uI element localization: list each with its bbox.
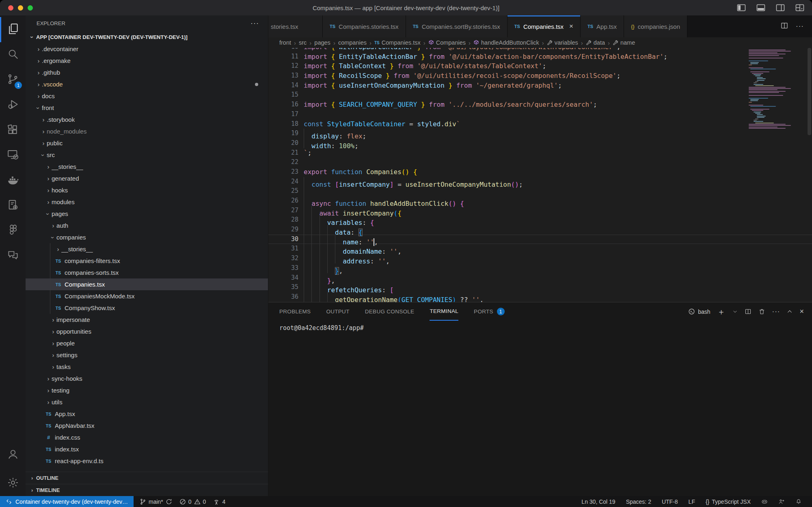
workspace-section-header[interactable]: › APP [CONTAINER DEV-TWENTY-DEV (DEV-TWE…	[26, 31, 268, 43]
tree-file-companies-filters-tsx[interactable]: TScompanies-filters.tsx	[26, 255, 268, 267]
sidebar-more-actions-icon[interactable]: ···	[251, 19, 259, 28]
code-line-12[interactable]: 12import { TableContext } from '@/ui/tab…	[268, 61, 812, 71]
problems-status[interactable]: 0 0	[176, 496, 210, 507]
close-window-button[interactable]	[8, 5, 13, 11]
code-line-31[interactable]: 31domainName: '',	[268, 244, 812, 254]
maximize-panel-icon[interactable]	[787, 309, 793, 315]
tree-folder-impersonate[interactable]: ›impersonate	[26, 314, 268, 326]
activity-source-control[interactable]: 1	[0, 67, 26, 93]
breadcrumb-item-name[interactable]: name	[613, 39, 635, 46]
terminal-shell-selector[interactable]: bash	[688, 308, 710, 315]
tree-folder-hooks[interactable]: ›hooks	[26, 184, 268, 196]
activity-extensions[interactable]	[0, 118, 26, 143]
activity-explorer[interactable]	[0, 17, 26, 42]
code-line-10[interactable]: 10import { WithTopBarContainer } from '@…	[268, 48, 812, 52]
ports-status[interactable]: 4	[209, 496, 229, 507]
activity-figma[interactable]	[0, 218, 26, 244]
tree-folder-companies[interactable]: ›companies	[26, 231, 268, 243]
split-terminal-icon[interactable]	[745, 308, 752, 315]
close-panel-icon[interactable]: ×	[799, 307, 804, 316]
editor-more-actions-icon[interactable]: ···	[796, 22, 804, 30]
remote-indicator[interactable]: Container dev-twenty-dev (dev-twenty-dev…	[0, 496, 134, 507]
tree-file-companies-sorts-tsx[interactable]: TScompanies-sorts.tsx	[26, 267, 268, 278]
tree-folder--devcontainer[interactable]: ›.devcontainer	[26, 43, 268, 55]
indentation-setting[interactable]: Spaces: 2	[621, 498, 657, 505]
panel-tab-terminal[interactable]: TERMINAL	[430, 302, 458, 321]
tab-companies-tsx[interactable]: TSCompanies.tsx×	[508, 15, 581, 37]
tree-file-react-app-env-d-ts[interactable]: TSreact-app-env.d.ts	[26, 455, 268, 467]
timeline-section[interactable]: › TIMELINE	[26, 484, 268, 496]
lay-split-icon[interactable]	[775, 3, 785, 14]
code-line-23[interactable]: 23export function Companies() {	[268, 167, 812, 177]
activity-manage[interactable]	[0, 471, 26, 496]
minimap[interactable]	[749, 50, 805, 129]
tab-companies-json[interactable]: {}companies.json	[624, 15, 687, 37]
tree-folder--stories-[interactable]: ›__stories__	[26, 243, 268, 255]
breadcrumb-item-handleaddbuttonclick[interactable]: handleAddButtonClick	[473, 39, 539, 46]
feedback-status[interactable]	[773, 498, 790, 505]
close-tab-icon[interactable]: ×	[569, 22, 573, 30]
split-editor-icon[interactable]	[780, 22, 788, 31]
breadcrumb-item-variables[interactable]: variables	[547, 39, 578, 46]
tree-folder-modules[interactable]: ›modules	[26, 196, 268, 208]
tree-file-companies-tsx[interactable]: TSCompanies.tsx	[26, 278, 268, 290]
tree-folder-opportunities[interactable]: ›opportunities	[26, 326, 268, 337]
lay-bottom-icon[interactable]	[756, 3, 766, 14]
breadcrumb-item-companies-tsx[interactable]: TSCompanies.tsx	[374, 39, 421, 46]
encoding-setting[interactable]: UTF-8	[657, 498, 683, 505]
breadcrumb-item-data[interactable]: data	[586, 39, 605, 46]
breadcrumb-item-companies[interactable]: companies	[338, 39, 367, 46]
editor-scrollbar[interactable]	[806, 48, 812, 302]
tree-folder-people[interactable]: ›people	[26, 337, 268, 349]
activity-search[interactable]	[0, 42, 26, 67]
zoom-window-button[interactable]	[28, 5, 33, 11]
tree-file-companyshow-tsx[interactable]: TSCompanyShow.tsx	[26, 302, 268, 314]
code-line-17[interactable]: 17	[268, 110, 812, 119]
code-line-35[interactable]: 35refetchQueries: [	[268, 283, 812, 292]
tab-companies-sortby-stories-tsx[interactable]: TSCompanies.sortBy.stories.tsx	[406, 15, 508, 37]
copilot-status[interactable]	[756, 498, 773, 505]
code-line-20[interactable]: 20width: 100%;	[268, 138, 812, 148]
tree-folder-sync-hooks[interactable]: ›sync-hooks	[26, 373, 268, 384]
code-line-24[interactable]: 24const [insertCompany] = useInsertOneCo…	[268, 177, 812, 187]
code-line-16[interactable]: 16import { SEARCH_COMPANY_QUERY } from '…	[268, 100, 812, 110]
breadcrumb-item-front[interactable]: front	[279, 39, 291, 46]
tree-folder--ergomake[interactable]: ›.ergomake	[26, 55, 268, 67]
code-line-18[interactable]: 18const StyledTableContainer = styled.di…	[268, 119, 812, 129]
activity-dev-container-tools[interactable]	[0, 193, 26, 218]
git-branch-status[interactable]: main*	[136, 496, 176, 507]
outline-section[interactable]: › OUTLINE	[26, 472, 268, 484]
tree-folder--github[interactable]: ›.github	[26, 67, 268, 78]
tree-folder-front[interactable]: ›front	[26, 102, 268, 114]
code-line-33[interactable]: 33},	[268, 263, 812, 273]
code-line-30[interactable]: 30name: '',	[268, 235, 812, 244]
scrollbar-thumb[interactable]	[808, 48, 811, 135]
tab-companies-stories-tsx[interactable]: TSCompanies.stories.tsx	[323, 15, 406, 37]
code-line-28[interactable]: 28variables: {	[268, 215, 812, 225]
tree-folder--vscode[interactable]: ›.vscode	[26, 78, 268, 90]
code-line-19[interactable]: 19display: flex;	[268, 129, 812, 138]
notifications-status[interactable]	[790, 498, 807, 505]
panel-more-actions-icon[interactable]: ···	[772, 308, 780, 316]
tree-folder--stories-[interactable]: ›__stories__	[26, 161, 268, 173]
code-line-13[interactable]: 13import { RecoilScope } from '@/ui/util…	[268, 71, 812, 81]
breadcrumb-item-pages[interactable]: pages	[314, 39, 330, 46]
tab-stories-tsx[interactable]: stories.tsx	[268, 15, 323, 37]
tree-folder-auth[interactable]: ›auth	[26, 220, 268, 231]
code-line-25[interactable]: 25	[268, 186, 812, 196]
language-mode[interactable]: {} TypeScript JSX	[700, 498, 756, 505]
activity-docker[interactable]	[0, 168, 26, 193]
tree-folder-public[interactable]: ›public	[26, 137, 268, 149]
code-line-32[interactable]: 32address: '',	[268, 254, 812, 263]
lay-left-icon[interactable]	[736, 3, 746, 14]
activity-run-and-debug[interactable]	[0, 93, 26, 118]
tree-folder-utils[interactable]: ›utils	[26, 396, 268, 408]
tree-folder-testing[interactable]: ›testing	[26, 384, 268, 396]
breadcrumb-item-companies[interactable]: Companies	[428, 39, 466, 46]
code-line-21[interactable]: 21`;	[268, 148, 812, 158]
panel-tab-output[interactable]: OUTPUT	[326, 302, 349, 321]
terminal-output[interactable]: root@0a42ecd84891:/app#	[268, 321, 812, 496]
minimize-window-button[interactable]	[18, 5, 23, 11]
tree-folder-settings[interactable]: ›settings	[26, 349, 268, 361]
code-line-29[interactable]: 29data: {	[268, 225, 812, 235]
